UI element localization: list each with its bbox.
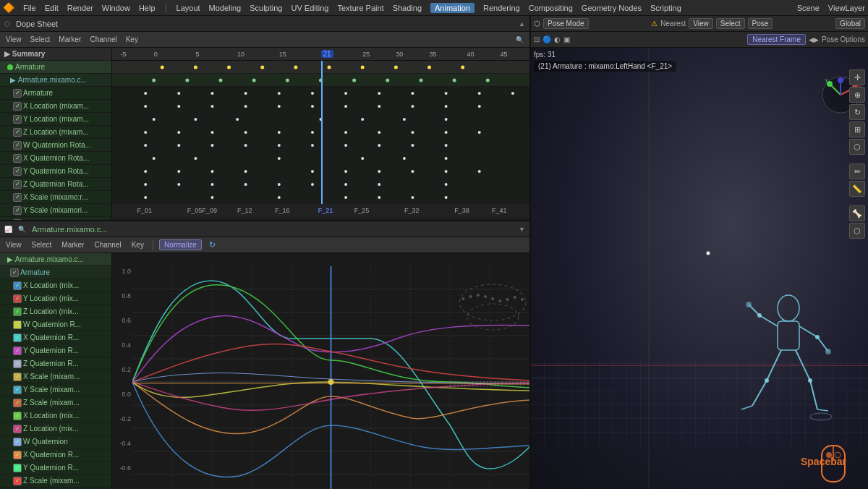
ge-label-9[interactable]: ✓ X Scale (mixam... (0, 370, 111, 383)
toolbar-scale[interactable]: ⊞ (849, 122, 865, 137)
ge-normalize-btn[interactable]: Normalize (159, 239, 202, 250)
ge-label-8[interactable]: ✓ Z Quaternion R... (0, 357, 111, 370)
workspace-geometry[interactable]: Geometry Nodes (582, 4, 642, 12)
ds-key[interactable]: Key (123, 35, 141, 44)
ge-label-3[interactable]: ✓ Y Location (mix... (0, 292, 111, 305)
workspace-rendering[interactable]: Rendering (483, 4, 520, 12)
workspace-uv[interactable]: UV Editing (291, 4, 328, 12)
workspace-shading[interactable]: Shading (393, 4, 422, 12)
ge-label-5[interactable]: ✓ W Quaternion R... (0, 318, 111, 331)
scene-name[interactable]: Scene (797, 4, 820, 12)
menu-help[interactable]: Help (139, 4, 156, 12)
label-summary: ▶ Summary (0, 48, 111, 61)
toolbar-rotate[interactable]: ↻ (849, 104, 865, 120)
ge-label-arm[interactable]: ▶ Armature.mixamo.c... (0, 253, 111, 266)
menu-window[interactable]: Window (102, 4, 130, 12)
label-z-loc[interactable]: ✓ Z Location (mixam... (0, 126, 111, 139)
ge-view[interactable]: View (3, 240, 25, 250)
workspace-texture[interactable]: Texture Paint (337, 4, 383, 12)
ge-y-neg0.4: -0.4 (112, 440, 132, 447)
toolbar-bone1[interactable]: 🦴 (849, 205, 865, 221)
toolbar-bone2[interactable]: ⬡ (849, 223, 865, 239)
label-z-quat[interactable]: ✓ Z Quaternion Rota... (0, 178, 111, 191)
svg-point-88 (144, 183, 147, 186)
toolbar-move[interactable]: ⊕ (849, 87, 865, 103)
svg-point-102 (411, 196, 414, 199)
workspace-modeling[interactable]: Modeling (209, 4, 242, 12)
vp-icon-2: 🔵 (542, 35, 551, 43)
ge-channel[interactable]: Channel (91, 240, 124, 250)
label-y-quat[interactable]: ✓ Y Quaternion Rota... (0, 165, 111, 178)
vp-arrows[interactable]: ◀▶ (809, 36, 819, 43)
ge-label-11[interactable]: ✓ Z Scale (mixam... (0, 396, 111, 409)
dope-sheet-panel: ⬡ Dope Sheet ▲ View Select Marker Channe… (0, 16, 529, 221)
ge-label-2[interactable]: ✓ X Location (mix... (0, 279, 111, 292)
ge-label-16[interactable]: ✓ Y Quaternion R... (0, 462, 111, 475)
ds-channel[interactable]: Channel (87, 35, 119, 44)
viewport-3d[interactable]: fps: 31 (21) Armature : mixamo:LeftHand … (531, 48, 868, 489)
label-x-scale[interactable]: ✓ X Scale (mixamo:r... (0, 191, 111, 204)
ds-marker[interactable]: Marker (56, 35, 84, 44)
ge-armature-label: Armature.mixamo.c... (32, 225, 108, 234)
svg-point-33 (144, 105, 147, 108)
view-layer[interactable]: ViewLayer (828, 4, 865, 12)
ge-label-15[interactable]: ✓ X Quaternion R... (0, 448, 111, 462)
workspace-scripting[interactable]: Scripting (650, 4, 681, 12)
label-y-loc[interactable]: ✓ Y Location (mixam... (0, 113, 111, 126)
ge-label-6[interactable]: ✓ X Quaternion R... (0, 331, 111, 344)
ge-refresh-icon[interactable]: ↻ (206, 239, 218, 250)
ge-label-17[interactable]: ✓ Z Scale (mixam... (0, 475, 111, 488)
menu-file[interactable]: File (23, 4, 36, 12)
label-x-quat[interactable]: ✓ X Quaternion Rota... (0, 152, 111, 165)
ge-label-12[interactable]: ✓ X Location (mix... (0, 409, 111, 422)
ge-collapse[interactable]: ▼ (519, 226, 525, 233)
ge-label-14[interactable]: ✓ W Quaternion (0, 435, 111, 448)
label-armature-mixamo[interactable]: ▶ Armature.mixamo.c... (0, 74, 111, 87)
svg-point-20 (486, 79, 490, 82)
viewport-view[interactable]: View (689, 18, 713, 29)
global-btn[interactable]: Global (835, 18, 865, 29)
workspace-compositing[interactable]: Compositing (529, 4, 573, 12)
collapse-icon[interactable]: ▲ (519, 20, 525, 27)
svg-point-13 (252, 79, 256, 82)
ge-label-1[interactable]: ✓ Armature (0, 266, 111, 279)
viewport-pose[interactable]: Pose (748, 18, 773, 29)
dope-sheet-ruler[interactable]: -5 0 5 10 15 21 25 30 35 40 45 (112, 48, 529, 61)
ge-search-icon[interactable]: 🔍 (18, 226, 26, 233)
mode-btn[interactable]: Pose Mode (543, 18, 589, 29)
ge-label-13[interactable]: ✓ Z Location (mix... (0, 422, 111, 435)
graph-area[interactable]: 1.0 0.8 0.6 0.4 0.2 0.0 -0.2 -0.4 -0.6 -… (112, 253, 529, 489)
menu-render[interactable]: Render (67, 4, 93, 12)
svg-point-62 (144, 144, 147, 147)
label-x-loc[interactable]: ✓ X Location (mixam... (0, 100, 111, 113)
label-armature[interactable]: ✓ Armature (0, 87, 111, 100)
workspace-sculpting[interactable]: Sculpting (250, 4, 282, 12)
nearest-frame-badge[interactable]: Nearest Frame (747, 34, 806, 45)
toolbar-cursor[interactable]: ✛ (849, 69, 865, 85)
viewport-select[interactable]: Select (716, 18, 745, 29)
toolbar-measure[interactable]: 📏 (849, 181, 865, 197)
ge-label-7[interactable]: ✓ Y Quaternion R... (0, 344, 111, 357)
ds-search-icon[interactable]: 🔍 (513, 35, 527, 44)
label-y-scale[interactable]: ✓ Y Scale (mixamori... (0, 204, 111, 217)
label-z-scale[interactable]: ✓ Z Scale (mixamo:r... (0, 217, 111, 220)
ge-key[interactable]: Key (129, 240, 147, 250)
label-w-quat[interactable]: ✓ W Quaternion Rota... (0, 139, 111, 152)
toolbar-transform[interactable]: ⬡ (849, 139, 865, 155)
svg-point-129 (477, 294, 480, 297)
menu-edit[interactable]: Edit (45, 4, 59, 12)
ge-label-4[interactable]: ✓ Z Location (mix... (0, 305, 111, 318)
ge-marker[interactable]: Marker (59, 240, 87, 250)
svg-point-70 (411, 144, 414, 147)
workspace-animation[interactable]: Animation (430, 3, 475, 13)
ge-label-10[interactable]: ✓ Y Scale (mixam... (0, 383, 111, 396)
toolbar-annotate[interactable]: ✏ (849, 163, 865, 179)
workspace-layout[interactable]: Layout (176, 4, 200, 12)
pose-options[interactable]: Pose Options (822, 35, 865, 43)
dope-sheet-timeline[interactable]: -5 0 5 10 15 21 25 30 35 40 45 (112, 48, 529, 220)
ds-select[interactable]: Select (27, 35, 54, 44)
label-armature-root[interactable]: Armature (0, 61, 111, 74)
ge-select[interactable]: Select (29, 240, 55, 250)
svg-text:Z: Z (843, 75, 846, 82)
ds-view[interactable]: View (3, 35, 25, 44)
